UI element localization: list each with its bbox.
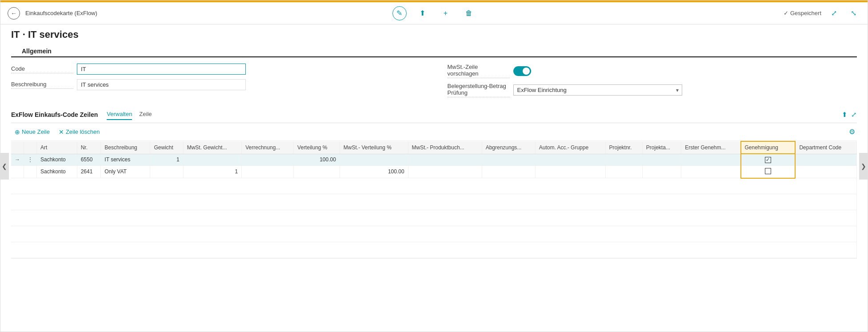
col-header-genehmigung: Genehmigung [741,141,796,154]
cell-mwst-verteilung [340,154,408,165]
page-wrapper: ← Einkaufscodekarte (ExFlow) ✎ ⬆ + 🗑 Ges… [0,0,868,332]
code-input[interactable] [77,64,246,75]
delete-line-icon: ✕ [59,128,64,136]
col-header-projekta: Projekta... [642,141,681,154]
page-title-area: IT · IT services [0,24,868,43]
cell-mwst-gewicht: 1 [183,165,242,178]
cell-nr: 2641 [77,165,101,178]
cell-projektnr [605,165,642,178]
new-line-icon: ⊕ [15,128,20,136]
cell-arrow: → [11,154,24,165]
sub-section-header: ExFlow Einkaufs-Code Zeilen Verwalten Ze… [11,106,857,123]
cell-department-code [795,165,856,178]
cell-abgrenzung [482,154,535,165]
exflow-section: ExFlow Einkaufs-Code Zeilen Verwalten Ze… [11,106,857,259]
col-header-beschreibung: Beschreibung [101,141,150,154]
delete-line-button[interactable]: ✕ Zeile löschen [55,127,104,137]
cell-erster-genehm [681,154,741,165]
col-header-mwst-verteilung: MwSt.- Verteilung % [340,141,408,154]
add-button[interactable]: + [439,6,453,20]
cell-erster-genehm [681,165,741,178]
belegerstellung-row: Belegerstellung-Betrag Prüfung ExFlow Ei… [448,83,857,97]
new-line-button[interactable]: ⊕ Neue Zeile [11,127,53,137]
exflow-section-title: ExFlow Einkaufs-Code Zeilen [11,111,98,118]
page-title: IT · IT services [11,29,857,40]
cell-mwst-gewicht [183,154,242,165]
col-header-mwst-produktbuch: MwSt.- Produktbuch... [408,141,482,154]
cell-mwst-verteilung: 100.00 [340,165,408,178]
col-header-verrechnung: Verrechnung... [242,141,294,154]
cell-nr: 6550 [77,154,101,165]
cell-autom-acc-gruppe [535,154,605,165]
table-row: → ⋮ Sachkonto 6550 IT services 1 100.00 [11,154,857,165]
col-header-erster-genehm: Erster Genehm... [681,141,741,154]
cell-mwst-produktbuch [408,165,482,178]
collapse-button[interactable]: ⤡ [846,6,860,20]
col-header-mwst-gewicht: MwSt. Gewicht... [183,141,242,154]
cell-verrechnung [242,165,294,178]
cell-dots[interactable]: ⋮ [24,154,37,165]
delete-button[interactable]: 🗑 [462,6,476,20]
genehmigung-checkbox-unchecked[interactable] [765,168,771,174]
allgemein-form: Code Beschreibung MwSt.-Zeile vorschlage… [0,57,868,104]
form-col-right: MwSt.-Zeile vorschlagen Belegerstellung-… [448,64,857,97]
cell-verrechnung [242,154,294,165]
breadcrumb: Einkaufscodekarte (ExFlow) [25,10,97,16]
edit-button[interactable]: ✎ [392,6,407,20]
tab-zeile[interactable]: Zeile [139,109,152,120]
beschreibung-row: Beschreibung [11,79,421,90]
fullscreen-button[interactable]: ⤢ [827,6,841,20]
cell-genehmigung[interactable] [741,154,796,165]
cell-projekta [642,154,681,165]
cell-art: Sachkonto [37,154,77,165]
section-share-icon[interactable]: ⬆ [842,111,848,119]
share-button[interactable]: ⬆ [416,6,430,20]
toggle-track [513,66,531,76]
col-header-verteilung: Verteilung % [294,141,340,154]
cell-verteilung: 100.00 [294,154,340,165]
top-bar-left: ← Einkaufscodekarte (ExFlow) [8,7,392,20]
genehmigung-checkbox-checked[interactable] [765,157,771,163]
mwst-zeile-toggle[interactable] [513,66,531,76]
belegerstellung-label: Belegerstellung-Betrag Prüfung [448,83,510,97]
back-button[interactable]: ← [8,7,20,20]
toggle-thumb [523,68,530,75]
cell-verteilung [294,165,340,178]
table-header-row: Art Nr. Beschreibung Gewicht MwSt. Gewic… [11,141,857,154]
cell-dots[interactable] [24,165,37,178]
belegerstellung-select[interactable]: ExFlow Einrichtung [513,84,682,96]
section-expand-icon[interactable]: ⤢ [851,111,857,119]
settings-icon[interactable]: ⚙ [847,126,857,138]
cell-gewicht [150,165,183,178]
col-header-projektnr: Projektnr. [605,141,642,154]
left-nav-arrow[interactable]: ❮ [0,153,9,180]
beschreibung-label: Beschreibung [11,81,73,89]
table-row-empty [11,194,857,210]
col-header-arrow [11,141,24,154]
cell-mwst-produktbuch [408,154,482,165]
cell-autom-acc-gruppe [535,165,605,178]
mwst-zeile-row: MwSt.-Zeile vorschlagen [448,64,857,78]
right-nav-arrow[interactable]: ❯ [859,153,868,180]
cell-art: Sachkonto [37,165,77,178]
table-toolbar: ⊕ Neue Zeile ✕ Zeile löschen ⚙ [11,123,857,141]
mwst-zeile-label: MwSt.-Zeile vorschlagen [448,64,510,78]
col-header-nr: Nr. [77,141,101,154]
beschreibung-input[interactable] [77,79,246,90]
cell-abgrenzung [482,165,535,178]
table-container: Art Nr. Beschreibung Gewicht MwSt. Gewic… [11,141,857,259]
table-row-empty [11,226,857,242]
table-row: Sachkonto 2641 Only VAT 1 100.00 [11,165,857,178]
top-bar: ← Einkaufscodekarte (ExFlow) ✎ ⬆ + 🗑 Ges… [0,2,868,24]
cell-genehmigung[interactable] [741,165,796,178]
allgemein-section-header: Allgemein [11,43,857,57]
cell-beschreibung: Only VAT [101,165,150,178]
saved-status: Gespeichert [784,10,821,16]
col-header-abgrenzung: Abgrenzungs... [482,141,535,154]
table-row-empty [11,210,857,226]
cell-projekta [642,165,681,178]
cell-arrow [11,165,24,178]
section-right-icons: ⬆ ⤢ [842,111,857,119]
form-col-left: Code Beschreibung [11,64,421,97]
tab-verwalten[interactable]: Verwalten [107,109,132,120]
